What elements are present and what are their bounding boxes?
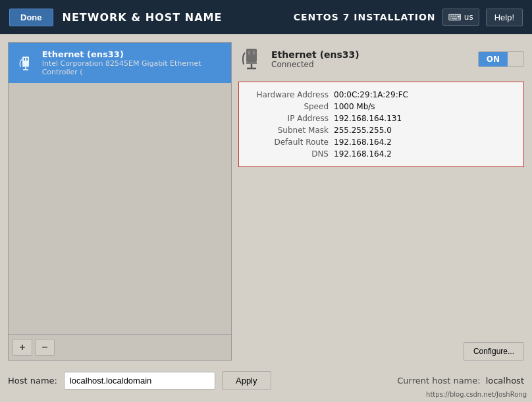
done-button[interactable]: Done: [9, 9, 53, 26]
detail-title-area: Ethernet (ens33) Connected: [271, 49, 359, 69]
header-right: CENTOS 7 INSTALLATION ⌨ us Help!: [294, 9, 523, 26]
ip-address-label: IP Address: [250, 114, 329, 123]
network-item-text: Ethernet (ens33) Intel Corporation 82545…: [42, 49, 223, 76]
add-network-button[interactable]: +: [13, 339, 32, 356]
hardware-address-row: Hardware Address 00:0C:29:1A:29:FC: [250, 90, 513, 99]
bottom-bar: Host name: Apply Current host name: loca…: [8, 367, 524, 394]
subnet-mask-value: 255.255.255.0: [334, 126, 392, 135]
help-button[interactable]: Help!: [486, 9, 523, 26]
current-hostname-area: Current host name: localhost: [397, 376, 524, 386]
hardware-address-value: 00:0C:29:1A:29:FC: [334, 90, 408, 99]
detail-name: Ethernet (ens33): [271, 49, 359, 60]
detail-ethernet-icon: [238, 46, 265, 72]
dns-row: DNS 192.168.164.2: [250, 149, 513, 159]
svg-rect-3: [22, 66, 29, 67]
page-title: NETWORK & HOST NAME: [63, 11, 223, 24]
speed-row: Speed 1000 Mb/s: [250, 102, 513, 111]
default-route-row: Default Route 192.168.164.2: [250, 138, 513, 147]
speed-value: 1000 Mb/s: [334, 102, 375, 111]
configure-button[interactable]: Configure...: [464, 342, 524, 361]
network-detail-panel: Ethernet (ens33) Connected ON Hardware A…: [238, 42, 524, 361]
toggle-on[interactable]: ON: [479, 52, 508, 66]
keyboard-lang: us: [464, 13, 473, 22]
subnet-mask-row: Subnet Mask 255.255.255.0: [250, 126, 513, 135]
current-hostname-value: localhost: [486, 376, 524, 386]
default-route-label: Default Route: [250, 138, 329, 147]
apply-button[interactable]: Apply: [222, 371, 271, 390]
keyboard-icon: ⌨: [448, 12, 462, 22]
main-content: Ethernet (ens33) Intel Corporation 82545…: [0, 34, 532, 402]
hostname-label: Host name:: [8, 376, 57, 386]
dns-label: DNS: [250, 149, 329, 159]
remove-network-button[interactable]: −: [35, 339, 55, 356]
svg-rect-8: [253, 51, 255, 55]
watermark: https://blog.csdn.net/JoshRong: [426, 391, 527, 398]
svg-rect-2: [26, 58, 28, 61]
network-list-panel: Ethernet (ens33) Intel Corporation 82545…: [8, 42, 232, 361]
detail-info-box: Hardware Address 00:0C:29:1A:29:FC Speed…: [238, 82, 524, 167]
svg-rect-0: [22, 57, 29, 66]
current-hostname-label: Current host name:: [397, 376, 480, 386]
network-list-buttons: + −: [9, 334, 231, 360]
dns-value: 192.168.164.2: [334, 149, 392, 159]
detail-header: Ethernet (ens33) Connected ON: [238, 42, 524, 76]
ip-address-row: IP Address 192.168.164.131: [250, 114, 513, 123]
header: Done NETWORK & HOST NAME CENTOS 7 INSTAL…: [0, 0, 532, 34]
content-area: Ethernet (ens33) Intel Corporation 82545…: [8, 42, 524, 361]
centos-label: CENTOS 7 INSTALLATION: [294, 12, 436, 22]
hardware-address-label: Hardware Address: [250, 90, 329, 99]
toggle-switch[interactable]: ON: [478, 51, 524, 67]
subnet-mask-label: Subnet Mask: [250, 126, 329, 135]
network-list: Ethernet (ens33) Intel Corporation 82545…: [9, 43, 231, 334]
network-item-name: Ethernet (ens33): [42, 49, 223, 59]
toggle-off[interactable]: [508, 52, 523, 66]
default-route-value: 192.168.164.2: [334, 138, 392, 147]
ip-address-value: 192.168.164.131: [334, 114, 402, 123]
svg-rect-9: [246, 62, 257, 64]
detail-status: Connected: [271, 60, 359, 69]
ethernet-icon: [16, 53, 36, 74]
svg-rect-6: [246, 49, 257, 62]
hostname-input[interactable]: [64, 372, 215, 389]
speed-label: Speed: [250, 102, 329, 111]
svg-rect-1: [24, 58, 25, 61]
configure-btn-row: Configure...: [238, 342, 524, 361]
svg-rect-7: [248, 51, 250, 55]
keyboard-input[interactable]: ⌨ us: [442, 9, 479, 26]
network-list-item[interactable]: Ethernet (ens33) Intel Corporation 82545…: [9, 43, 231, 83]
network-item-desc: Intel Corporation 82545EM Gigabit Ethern…: [42, 59, 223, 76]
